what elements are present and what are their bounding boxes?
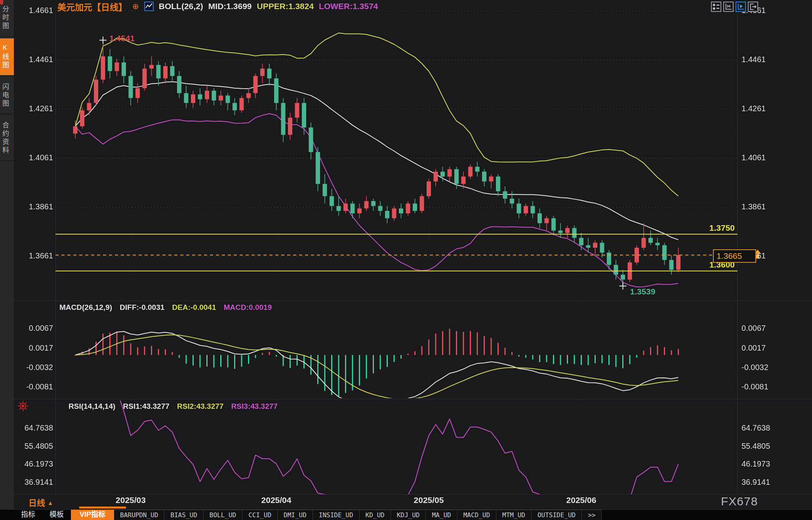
chevron-up-icon: ▲	[48, 499, 53, 506]
y-axis-tick-right: 0.0017	[741, 344, 789, 353]
rsi2-value: RSI2:43.3277	[177, 402, 223, 410]
y-axis-tick-right: 1.4461	[741, 55, 789, 64]
y-axis-tick-left: 1.4461	[13, 55, 53, 64]
tab-MA_UD[interactable]: MA_UD	[426, 510, 457, 520]
indicator-tab-bar: 指标模板VIP指标BARUPDN_UDBIAS_UDBOLL_UDCCI_UDD…	[0, 510, 812, 520]
period-selector[interactable]: 日线 ▲	[29, 496, 53, 508]
macd-title: MACD(26,12,9)	[59, 303, 112, 311]
resistance-level-label: 1.3750	[687, 223, 735, 233]
tab-KD_UD[interactable]: KD_UD	[360, 510, 391, 520]
y-axis-tick-left: 1.4061	[13, 153, 53, 162]
tab-BIAS_UD[interactable]: BIAS_UD	[164, 510, 203, 520]
macd-value: MACD:0.0019	[224, 303, 272, 311]
tab-MACD_UD[interactable]: MACD_UD	[457, 510, 496, 520]
panes-layout-icon[interactable]	[711, 2, 721, 12]
rsi-panel-header: RSI(14,14,14) RSI1:43.3277 RSI2:43.3277 …	[69, 402, 283, 411]
alert-icon[interactable]	[17, 400, 29, 413]
y-axis-tick-left: 64.7638	[13, 423, 53, 433]
watermark: FX678	[721, 495, 758, 508]
x-axis-month-label: 2025/04	[261, 495, 292, 505]
boll-lower-value: LOWER:1.3574	[319, 2, 378, 11]
trading-chart-app: 分时图K线图闪电图合约资料 美元加元【日线】 ⊕ BOLL(26,2) MID:…	[0, 0, 812, 520]
y-axis-tick-right: 0.0067	[741, 324, 789, 333]
indicator-chart-icon[interactable]	[144, 2, 154, 11]
corner-marker	[0, 0, 3, 4]
boll-label: BOLL(26,2)	[159, 2, 203, 11]
y-axis-tick-left: 1.3661	[13, 251, 53, 260]
boll-mid-value: MID:1.3699	[208, 2, 252, 11]
rsi3-value: RSI3:43.3277	[231, 402, 278, 410]
tabs-overflow-button[interactable]: >>	[582, 510, 602, 520]
y-axis-tick-right: 46.1973	[741, 459, 789, 469]
tab-CCI_UD[interactable]: CCI_UD	[242, 510, 278, 520]
auto-play-icon[interactable]	[736, 2, 746, 12]
period-tag[interactable]: 【日线】	[92, 2, 127, 12]
y-axis-tick-right: -0.0032	[741, 363, 789, 372]
tab-指标[interactable]: 指标	[14, 510, 42, 520]
y-axis-tick-left: 36.9141	[13, 478, 53, 487]
sidebar-item-chart-type[interactable]: 分时图	[0, 0, 14, 37]
symbol-title: 美元加元【日线】	[57, 0, 127, 13]
y-axis-tick-left: 1.3861	[13, 202, 53, 211]
low-price-annotation: 1.3539	[630, 287, 656, 296]
y-axis-tick-left: -0.0032	[13, 363, 53, 372]
x-axis-month-label: 2025/05	[414, 495, 444, 505]
y-axis-tick-right: 55.4805	[741, 442, 789, 451]
y-axis-tick-left: 0.0017	[13, 344, 53, 353]
boll-upper-value: UPPER:1.3824	[257, 2, 314, 11]
macd-diff-value: DIFF:-0.0031	[120, 303, 164, 311]
tab-MTM_UD[interactable]: MTM_UD	[496, 510, 532, 520]
y-axis-tick-right: 1.3861	[741, 202, 789, 211]
y-axis-tick-left: 55.4805	[13, 442, 53, 451]
tab-INSIDE_UD[interactable]: INSIDE_UD	[313, 510, 360, 520]
chart-toolbar	[711, 2, 758, 12]
tab-DMI_UD[interactable]: DMI_UD	[278, 510, 313, 520]
y-axis-tick-left: 1.4661	[13, 6, 53, 15]
high-price-annotation: 1.4541	[109, 34, 135, 43]
macd-dea-value: DEA:-0.0041	[172, 303, 216, 311]
tab-KDJ_UD[interactable]: KDJ_UD	[391, 510, 426, 520]
y-axis-tick-right: -0.0081	[741, 382, 789, 391]
y-axis-tick-left: -0.0081	[13, 382, 53, 391]
y-axis-tick-right: 1.4261	[741, 104, 789, 113]
y-axis-tick-right: 36.9141	[741, 478, 789, 487]
y-axis-tick-right: 64.7638	[741, 423, 789, 433]
tab-BOLL_UD[interactable]: BOLL_UD	[204, 510, 242, 520]
chart-type-sidebar: 分时图K线图闪电图合约资料	[0, 0, 14, 510]
x-axis-month-label: 2025/06	[566, 495, 597, 505]
compare-icon[interactable]: ⊕	[132, 2, 139, 11]
y-axis-tick-left: 1.4261	[13, 104, 53, 113]
tab-BARUPDN_UD[interactable]: BARUPDN_UD	[114, 510, 164, 520]
y-axis-tick-left: 46.1973	[13, 459, 53, 469]
tab-OUTSIDE_UD[interactable]: OUTSIDE_UD	[532, 510, 582, 520]
tab-模板[interactable]: 模板	[42, 510, 71, 520]
chart-title-bar: 美元加元【日线】 ⊕ BOLL(26,2) MID:1.3699 UPPER:1…	[57, 0, 378, 12]
rsi1-value: RSI1:43.3277	[123, 402, 170, 410]
rsi-title: RSI(14,14,14)	[69, 402, 115, 410]
axis-scale-icon[interactable]	[723, 2, 734, 12]
macd-panel-header: MACD(26,12,9) DIFF:-0.0031 DEA:-0.0041 M…	[59, 303, 277, 312]
sidebar-item-active[interactable]: K线图	[0, 38, 14, 76]
x-axis-month-label: 2025/03	[116, 495, 146, 505]
y-axis-tick-left: 0.0067	[13, 324, 53, 333]
exit-view-icon[interactable]	[748, 2, 758, 12]
sidebar-item-chart-type[interactable]: 合约资料	[0, 116, 14, 161]
y-axis-tick-right: 1.4061	[741, 153, 789, 162]
tab-VIP指标[interactable]: VIP指标	[71, 510, 114, 520]
current-price-tag: 1.3665	[713, 249, 756, 263]
sidebar-item-chart-type[interactable]: 闪电图	[0, 78, 14, 114]
